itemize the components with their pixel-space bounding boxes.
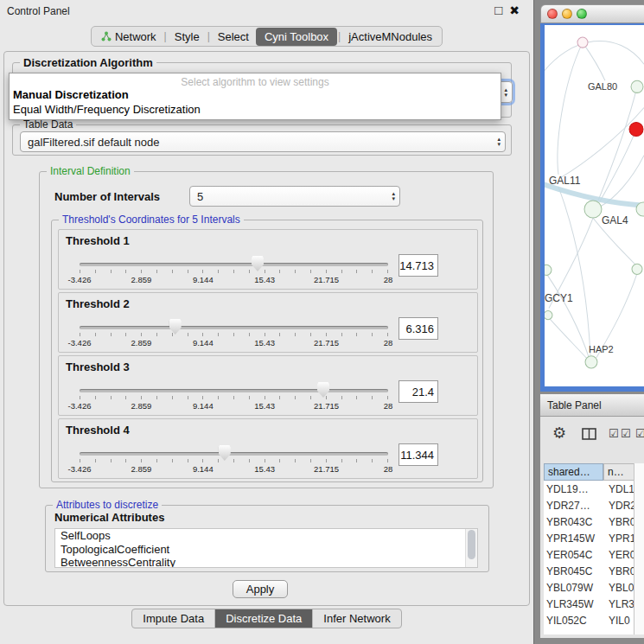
node-label-gal4: GAL4 [602,214,628,226]
stepper-icon[interactable]: ▴▾ [504,87,507,98]
list-item[interactable]: TopologicalCoefficient [55,543,477,557]
threshold-4-value-field[interactable]: 11.344 [399,443,438,466]
node-selected-red[interactable] [629,123,643,137]
node-gal4[interactable] [584,201,602,218]
thresholds-group: Threshold's Coordinates for 5 Intervals … [51,220,483,482]
node-label-gcy1: GCY1 [545,292,573,304]
zoom-traffic-light[interactable] [577,9,587,19]
table-panel-title: Table Panel [547,399,602,411]
table-row[interactable]: YBL079WYBL0 [544,579,641,596]
bottom-tab-bar: Impute Data Discretize Data Infer Networ… [0,609,533,628]
combobox-value: 5 [197,190,203,203]
slider-scale: -3.426 2.859 9.144 15.43 21.715 28 [80,275,388,284]
list-scrollbar[interactable] [465,529,477,567]
checkbox-icon[interactable]: ☑ [621,427,631,440]
combobox-value: galFiltered.sif default node [28,136,159,149]
tab-discretize-data[interactable]: Discretize Data [214,609,312,628]
node[interactable] [545,265,552,275]
node-labels: GAL80 GAL11 GAL4 GCY1 HAP2 [545,81,628,354]
threshold-3-panel: Threshold 3 -3.426 2.859 9.144 15.43 21.… [58,355,478,416]
num-intervals-combobox[interactable]: 5 ▴▾ [189,186,400,207]
interval-definition-group: Interval Definition Number of Intervals … [39,171,494,488]
close-traffic-light[interactable] [547,9,558,19]
node-label-gal80: GAL80 [588,81,617,92]
stepper-icon[interactable]: ▴▾ [392,191,395,201]
checkbox-icon[interactable]: ☑ [609,427,619,440]
numerical-attributes-label: Numerical Attributes [54,511,164,524]
stepper-icon[interactable]: ▴▾ [497,137,501,147]
slider-scale: -3.426 2.859 9.144 15.43 21.715 28 [80,338,388,348]
group-title: Discretization Algorithm [20,56,156,69]
network-window-titlebar[interactable] [540,4,644,23]
network-graph[interactable]: GAL80 GAL11 GAL4 GCY1 HAP2 [545,25,644,386]
slider-ticks [80,270,388,273]
attributes-list: SelfLoops TopologicalCoefficient Between… [54,528,478,568]
node-gcy1[interactable] [545,311,552,320]
dropdown-option-manual-discretization[interactable]: Manual Discretization [13,88,129,101]
threshold-3-slider[interactable] [80,389,388,392]
threshold-label: Threshold 2 [66,297,130,310]
threshold-label: Threshold 1 [66,234,130,247]
slider-ticks [80,396,388,399]
network-icon [101,31,112,41]
close-icon[interactable]: ✖ [509,3,520,17]
top-tab-bar: Network | Style | Select Cyni Toolbox | … [0,26,533,47]
table-row[interactable]: YBR045CYBR0 [544,563,641,579]
tab-jactivemodules[interactable]: jActiveMNodules [341,29,439,45]
tab-separator: | [207,30,211,42]
table-data-group: Table Data galFiltered.sif default node … [12,124,512,156]
threshold-4-panel: Threshold 4 -3.426 2.859 9.144 15.43 21.… [58,418,478,479]
column-header-shared-name[interactable]: shared… [544,463,603,481]
group-title: Attributes to discretize [53,499,162,511]
table-row[interactable]: YDL19…YDL1 [544,481,641,497]
table-row[interactable]: YER054CYER0 [544,546,641,563]
table-row[interactable]: YLR345WYLR3 [544,596,641,612]
table-row[interactable]: YIL052CYIL0 [544,612,641,628]
group-title: Interval Definition [47,165,134,177]
window-title: Control Panel [7,5,70,17]
float-window-icon[interactable]: □ [494,3,502,17]
tab-label: Network [115,30,156,43]
node-label-gal11: GAL11 [549,175,581,187]
gear-icon[interactable]: ⚙ [552,424,566,443]
threshold-label: Threshold 3 [66,360,130,373]
tab-cyni-toolbox[interactable]: Cyni Toolbox [256,28,337,46]
apply-button[interactable]: Apply [233,580,288,598]
threshold-3-value-field[interactable]: 21.4 [399,380,438,403]
table-row[interactable]: YPR145WYPR1 [544,530,641,546]
table-panel-body: ⚙ ☑ ☑ ☑ shared… n… YDL19…YDL1 YDR27…YDR2… [540,417,644,638]
threshold-2-panel: Threshold 2 -3.426 2.859 9.144 15.43 21.… [58,292,478,353]
slider-ticks [80,333,388,336]
tab-separator: | [163,30,168,42]
node-gal80[interactable] [631,80,643,92]
threshold-4-slider[interactable] [80,452,388,456]
table-scrollbar[interactable] [634,463,644,634]
tab-select[interactable]: Select [211,29,256,45]
bottom-tab-segment: Impute Data Discretize Data Infer Networ… [131,609,401,628]
dropdown-option-equal-width[interactable]: Equal Width/Frequency Discretization [13,103,201,116]
network-view-window: GAL80 GAL11 GAL4 GCY1 HAP2 [540,4,644,392]
table-row[interactable]: YBR043CYBR0 [544,513,641,530]
table-panel-header[interactable]: Table Panel [540,393,644,417]
tab-style[interactable]: Style [168,29,207,45]
node-hap2[interactable] [585,356,597,368]
tab-infer-network[interactable]: Infer Network [312,609,400,628]
top-tab-segment: Network | Style | Select Cyni Toolbox | … [91,26,443,47]
node[interactable] [632,264,642,274]
list-item[interactable]: SelfLoops [55,529,477,543]
checkbox-icon[interactable]: ☑ [635,427,644,440]
tab-network[interactable]: Network [94,29,163,45]
threshold-1-slider[interactable] [80,263,388,266]
threshold-2-slider[interactable] [80,326,388,329]
tab-impute-data[interactable]: Impute Data [132,609,214,628]
threshold-1-value-field[interactable]: 14.713 [399,254,438,277]
columns-icon[interactable] [582,428,596,440]
node[interactable] [577,37,588,48]
list-item[interactable]: BetweennessCentrality [55,556,477,568]
table-data-combobox[interactable]: galFiltered.sif default node ▴▾ [20,131,506,152]
table-row[interactable]: YDR27…YDR2 [544,497,641,513]
network-canvas[interactable]: GAL80 GAL11 GAL4 GCY1 HAP2 [545,25,644,386]
threshold-2-value-field[interactable]: 6.316 [399,317,438,340]
minimize-traffic-light[interactable] [562,9,572,19]
group-title: Threshold's Coordinates for 5 Intervals [59,214,244,226]
